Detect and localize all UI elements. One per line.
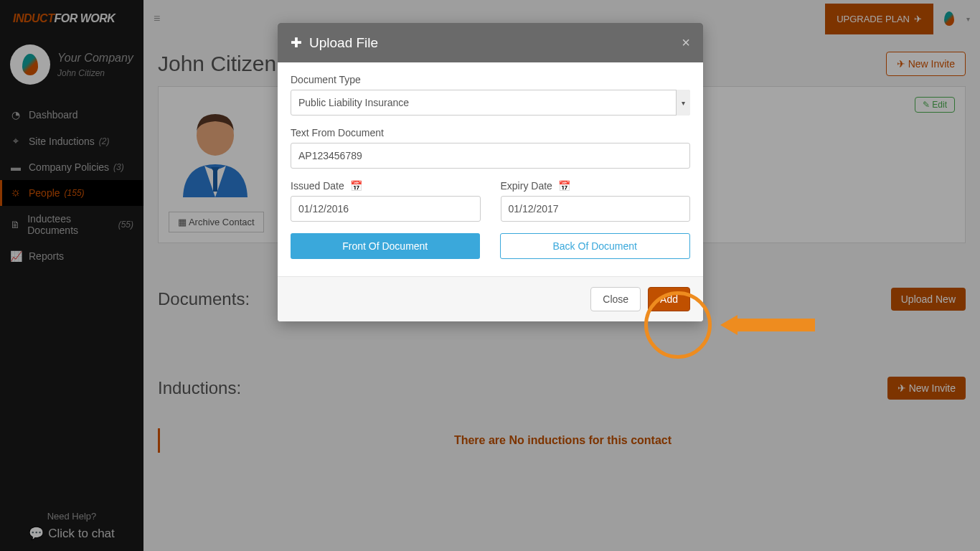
document-type-select[interactable]: Public Liability Insurance [291, 90, 690, 116]
add-button[interactable]: Add [648, 287, 690, 311]
back-of-document-button[interactable]: Back Of Document [500, 233, 691, 259]
front-of-document-button[interactable]: Front Of Document [291, 233, 480, 259]
chevron-down-icon: ▾ [676, 90, 690, 116]
plus-icon: ✚ [291, 34, 302, 51]
expiry-date-input[interactable] [501, 196, 691, 222]
expiry-date-label: Expiry Date 📅 [501, 180, 691, 192]
issued-date-input[interactable] [291, 196, 481, 222]
close-button[interactable]: Close [590, 287, 641, 311]
issued-date-label: Issued Date 📅 [291, 180, 481, 192]
calendar-icon: 📅 [350, 180, 362, 192]
close-icon[interactable]: × [682, 34, 690, 51]
issued-date-text: Issued Date [291, 180, 344, 192]
text-from-document-input[interactable] [291, 143, 690, 169]
calendar-icon: 📅 [558, 180, 570, 192]
document-type-label: Document Type [291, 74, 690, 85]
text-from-document-label: Text From Document [291, 127, 690, 138]
upload-file-modal: ✚ Upload File × Document Type Public Lia… [278, 23, 703, 321]
expiry-date-text: Expiry Date [501, 180, 552, 192]
modal-title: Upload File [309, 35, 378, 51]
